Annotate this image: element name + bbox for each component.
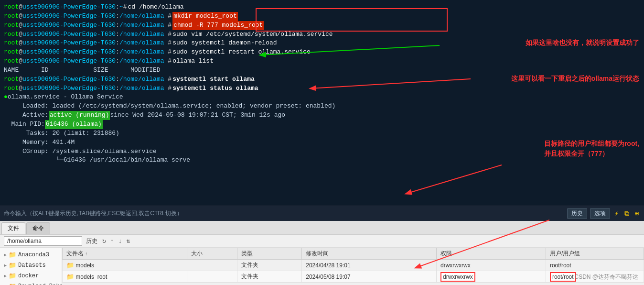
col-modified[interactable]: 修改时间 [302, 248, 437, 260]
sidebar-label: Anaconda3 [18, 252, 49, 258]
file-manager-tabs: 文件 命令 [0, 221, 644, 235]
cmd-text: mkdir models_root [172, 12, 238, 21]
file-manager: 文件 命令 历史 ↻ ↑ ↓ ⇅ ▶ 📁 Anaconda3 [0, 221, 644, 285]
terminal: root@usst906906-PowerEdge-T630:~# cd /ho… [0, 0, 644, 206]
expand-icon: ▶ [4, 263, 7, 268]
expand-icon: ▶ [4, 252, 7, 258]
terminal-output: ● ollama.service - Ollama Service [4, 93, 640, 102]
history-label: 历史 [86, 237, 97, 245]
col-type[interactable]: 类型 [237, 248, 301, 260]
sidebar-label: Datasets [18, 262, 46, 269]
lightning-icon: ⚡ [614, 209, 618, 218]
file-type: 文件夹 [237, 271, 301, 283]
file-size [187, 260, 237, 271]
table-row[interactable]: 📁 models 文件夹 2024/04/28 19:01 drwxrwxrwx… [63, 260, 644, 271]
cmd-text: chmod -R 777 models_root [172, 21, 264, 30]
refresh-icon[interactable]: ↻ [101, 237, 107, 245]
terminal-output: Active: active (running) since Wed 2024-… [4, 111, 640, 120]
sidebar-label: Download_Pakeage [18, 283, 62, 285]
folder-icon: 📁 [66, 273, 74, 280]
prompt: root@usst906906-PowerEdge-T630:/home/oll… [4, 30, 172, 39]
terminal-line: root@usst906906-PowerEdge-T630:/home/oll… [4, 75, 640, 84]
cmd-text: cd /home/ollama [128, 3, 184, 12]
cmd-text: systemctl start ollama [172, 75, 255, 84]
terminal-output: NAME ID SIZE MODIFIED [4, 66, 640, 75]
tab-files[interactable]: 文件 [1, 222, 25, 234]
terminal-line: root@usst906906-PowerEdge-T630:/home/oll… [4, 57, 640, 66]
cmd-text: sudo systemctl restart ollama.service [172, 48, 311, 57]
up-icon[interactable]: ↑ [109, 237, 116, 245]
sidebar-item-datasets[interactable]: ▶ 📁 Datasets [0, 260, 62, 271]
prompt: root@usst906906-PowerEdge-T630:/home/oll… [4, 75, 172, 84]
col-owner[interactable]: 用户/用户组 [546, 248, 644, 260]
terminal-line: root@usst906906-PowerEdge-T630:/home/oll… [4, 30, 640, 39]
file-modified: 2024/05/08 19:07 [302, 271, 437, 283]
cmd-toolbar-buttons: 历史 选项 ⚡ ⧉ ⊞ [567, 208, 640, 219]
folder-icon: 📁 [9, 251, 16, 259]
file-sidebar: ▶ 📁 Anaconda3 ▶ 📁 Datasets ▶ 📁 docker ▶ … [0, 248, 62, 285]
terminal-output: CGroup: /system.slice/ollama.service [4, 147, 640, 156]
file-perm: drwxrwxrwx [437, 271, 546, 283]
cmd-text: sudo vim /etc/systemd/system/ollama.serv… [172, 30, 333, 39]
terminal-line: root@usst906906-PowerEdge-T630:/home/oll… [4, 21, 640, 30]
file-size [187, 271, 237, 283]
cmd-input-bar: 命令输入（按ALT键提示历史,TAB键路径,ESC键返回,双击CTRL切换） 历… [0, 206, 644, 221]
history-button[interactable]: 历史 [567, 208, 587, 219]
folder-icon: 📁 [9, 272, 16, 280]
file-content: ▶ 📁 Anaconda3 ▶ 📁 Datasets ▶ 📁 docker ▶ … [0, 248, 644, 285]
terminal-output: Main PID: 616436 (ollama) [4, 120, 640, 129]
file-table-container: 文件名 ↑ 大小 类型 修改时间 权限 用户/用户组 📁 model [62, 248, 644, 285]
prompt: root@usst906906-PowerEdge-T630:/home/oll… [4, 48, 172, 57]
col-perm[interactable]: 权限 [437, 248, 546, 260]
file-owner: root/root [546, 260, 644, 271]
prompt: root@usst906906-PowerEdge-T630:/home/oll… [4, 39, 172, 48]
sidebar-item-download[interactable]: ▶ 📁 Download_Pakeage [0, 281, 62, 285]
tab-command[interactable]: 命令 [26, 222, 50, 234]
settings-icon: ⊞ [635, 209, 639, 218]
sort-icon[interactable]: ⇅ [125, 237, 131, 245]
svg-line-3 [406, 165, 502, 194]
file-type: 文件夹 [237, 260, 301, 271]
folder-icon: 📁 [66, 262, 74, 269]
expand-icon: ▶ [4, 273, 7, 279]
sidebar-item-docker[interactable]: ▶ 📁 docker [0, 271, 62, 281]
csdn-watermark: CSDN @达芬奇不喝芬达 [574, 273, 638, 281]
owner-highlight: root/root [550, 272, 576, 282]
terminal-output: Tasks: 20 (limit: 231886) [4, 129, 640, 138]
cmd-text: systemctl status ollama [172, 84, 258, 93]
cmd-text: ollama list [172, 57, 214, 66]
file-modified: 2024/04/28 19:01 [302, 260, 437, 271]
col-name[interactable]: 文件名 ↑ [63, 248, 187, 260]
options-button[interactable]: 选项 [590, 208, 610, 219]
file-name: 📁 models_root [63, 271, 187, 283]
col-size[interactable]: 大小 [187, 248, 237, 260]
perm-highlight: drwxrwxrwx [440, 272, 475, 282]
prompt: root@usst906906-PowerEdge-T630:/home/oll… [4, 57, 172, 66]
terminal-line: root@usst906906-PowerEdge-T630:/home/oll… [4, 84, 640, 93]
prompt: root@usst906906-PowerEdge-T630:/home/oll… [4, 84, 172, 93]
file-name: 📁 models [63, 260, 187, 271]
terminal-output: └─616436 /usr/local/bin/ollama serve [4, 156, 640, 165]
sidebar-item-anaconda3[interactable]: ▶ 📁 Anaconda3 [0, 250, 62, 260]
download-icon[interactable]: ↓ [117, 237, 124, 245]
file-table: 文件名 ↑ 大小 类型 修改时间 权限 用户/用户组 📁 model [62, 248, 644, 283]
path-input[interactable] [4, 236, 82, 246]
terminal-line: root@usst906906-PowerEdge-T630:/home/oll… [4, 48, 640, 57]
cmd-input-label: 命令输入（按ALT键提示历史,TAB键路径,ESC键返回,双击CTRL切换） [4, 209, 567, 218]
prompt: root@usst906906-PowerEdge-T630:~# [4, 3, 127, 12]
terminal-output: Memory: 491.4M [4, 138, 640, 147]
sidebar-label: docker [18, 273, 39, 279]
folder-icon: 📁 [9, 283, 16, 285]
copy-icon: ⧉ [624, 210, 629, 218]
prompt: root@usst906906-PowerEdge-T630:/home/oll… [4, 12, 172, 21]
toolbar-buttons: 历史 ↻ ↑ ↓ ⇅ [86, 237, 131, 245]
terminal-line: root@usst906906-PowerEdge-T630:/home/oll… [4, 12, 640, 21]
folder-icon: 📁 [9, 262, 16, 269]
terminal-line: root@usst906906-PowerEdge-T630:~# cd /ho… [4, 3, 640, 12]
table-row[interactable]: 📁 models_root 文件夹 2024/05/08 19:07 drwxr… [63, 271, 644, 283]
file-toolbar: 历史 ↻ ↑ ↓ ⇅ [0, 235, 644, 248]
terminal-output: Loaded: loaded (/etc/systemd/system/olla… [4, 102, 640, 111]
cmd-text: sudo systemctl daemon-reload [172, 39, 277, 48]
prompt: root@usst906906-PowerEdge-T630:/home/oll… [4, 21, 172, 30]
file-perm: drwxrwxrwx [437, 260, 546, 271]
